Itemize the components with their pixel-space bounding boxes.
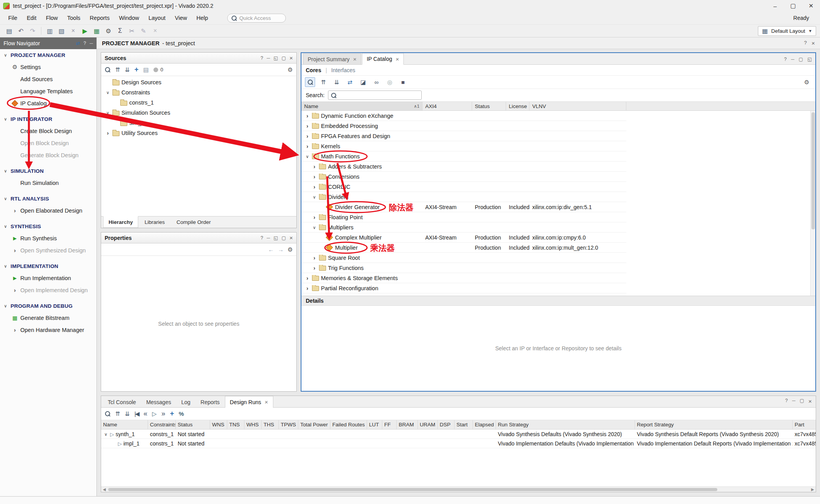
- expander-icon[interactable]: [305, 113, 310, 119]
- column-header[interactable]: Elapsed: [473, 420, 496, 429]
- column-header[interactable]: Status: [176, 420, 210, 429]
- expander-icon[interactable]: [103, 432, 109, 437]
- column-header[interactable]: DSP: [438, 420, 455, 429]
- expander-icon[interactable]: [305, 133, 310, 139]
- gear-icon[interactable]: [288, 66, 293, 73]
- maximize-panel-icon[interactable]: [282, 55, 286, 61]
- expander-icon[interactable]: [105, 90, 111, 95]
- scrollbar-thumb[interactable]: [108, 488, 717, 491]
- flownav-item-language-templates[interactable]: Language Templates: [0, 85, 96, 97]
- tree-row-embedded-processing[interactable]: Embedded Processing: [301, 121, 626, 131]
- settings-gear-icon[interactable]: [103, 26, 114, 36]
- column-header[interactable]: THS: [262, 420, 279, 429]
- reports-icon[interactable]: [91, 26, 102, 36]
- tab-design-runs[interactable]: Design Runs: [225, 396, 273, 408]
- close-panel-icon[interactable]: [808, 398, 812, 405]
- section-header-project-manager[interactable]: PROJECT MANAGER: [0, 49, 96, 61]
- run-icon[interactable]: [80, 26, 90, 36]
- gear-icon[interactable]: [288, 246, 293, 253]
- expander-icon[interactable]: [312, 265, 317, 271]
- search-toggle-icon[interactable]: [305, 77, 315, 87]
- tab-hierarchy[interactable]: Hierarchy: [103, 216, 138, 228]
- paste-icon[interactable]: [56, 26, 67, 36]
- tab-reports[interactable]: Reports: [196, 396, 225, 407]
- tree-row-multiplier[interactable]: Multiplier Production Included xilinx.co…: [301, 243, 626, 253]
- minimize-panel-icon[interactable]: [267, 234, 270, 241]
- tree-row-design-sources[interactable]: Design Sources: [101, 77, 296, 87]
- scrollbar-thumb[interactable]: [811, 112, 815, 229]
- column-header[interactable]: FF: [382, 420, 397, 429]
- step-back-icon[interactable]: [144, 410, 148, 418]
- layout-selector[interactable]: Default Layout: [758, 26, 816, 36]
- expander-icon[interactable]: [312, 164, 317, 169]
- expander-icon[interactable]: [305, 123, 310, 129]
- section-header-simulation[interactable]: SIMULATION: [0, 165, 96, 177]
- column-header[interactable]: Constraints: [148, 420, 176, 429]
- dock-toggle-icon[interactable]: [76, 41, 80, 46]
- flownav-item-generate-block-design[interactable]: Generate Block Design: [0, 149, 96, 161]
- expander-icon[interactable]: [305, 144, 310, 149]
- help-icon[interactable]: [804, 40, 807, 46]
- column-header[interactable]: URAM: [418, 420, 438, 429]
- collapse-all-icon[interactable]: [115, 410, 120, 417]
- expander-icon[interactable]: [312, 255, 317, 261]
- float-panel-icon[interactable]: [274, 55, 278, 61]
- expander-icon[interactable]: [305, 286, 310, 291]
- open-file-icon[interactable]: [143, 66, 149, 73]
- maximize-panel-icon[interactable]: [800, 398, 804, 405]
- flownav-item-generate-bitstream[interactable]: Generate Bitstream: [0, 312, 96, 324]
- tree-row-math-functions[interactable]: Math Functions: [301, 151, 626, 161]
- collapse-all-icon[interactable]: [318, 77, 328, 87]
- expander-icon[interactable]: [105, 110, 111, 115]
- undo-icon[interactable]: [16, 26, 26, 36]
- column-header[interactable]: Run Strategy: [496, 420, 635, 429]
- tab-cores[interactable]: Cores: [306, 67, 321, 73]
- back-icon[interactable]: [268, 246, 274, 253]
- sum-icon[interactable]: [115, 26, 125, 36]
- create-runs-icon[interactable]: [170, 410, 174, 418]
- run-icon[interactable]: [152, 410, 157, 417]
- flownav-item-open-implemented-design[interactable]: Open Implemented Design: [0, 284, 96, 296]
- maximize-panel-icon[interactable]: [799, 57, 803, 62]
- flownav-item-ip-catalog[interactable]: IP Catalog: [0, 97, 96, 109]
- search-icon[interactable]: [105, 67, 111, 73]
- tree-row-multipliers[interactable]: Multipliers: [301, 222, 626, 232]
- close-icon[interactable]: [811, 40, 815, 46]
- flownav-item-open-hardware-manager[interactable]: Open Hardware Manager: [0, 324, 96, 336]
- tree-row-dynamic-function-exchange[interactable]: Dynamic Function eXchange: [301, 111, 626, 121]
- scroll-right-icon[interactable]: ▶: [809, 487, 816, 492]
- section-header-rtl-analysis[interactable]: RTL ANALYSIS: [0, 193, 96, 204]
- close-tab-icon[interactable]: [396, 56, 399, 62]
- float-panel-icon[interactable]: [274, 234, 278, 241]
- close-panel-icon[interactable]: [289, 55, 293, 61]
- go-to-first-icon[interactable]: [134, 410, 139, 417]
- tree-row-divider-generator[interactable]: Divider Generator AXI4-Stream Production…: [301, 202, 626, 212]
- flownav-item-add-sources[interactable]: Add Sources: [0, 73, 96, 85]
- tab-libraries[interactable]: Libraries: [139, 217, 170, 228]
- menu-layout[interactable]: Layout: [144, 13, 170, 23]
- step-forward-icon[interactable]: [161, 410, 165, 418]
- clear-icon[interactable]: [150, 26, 160, 36]
- menu-edit[interactable]: Edit: [22, 13, 41, 23]
- column-header[interactable]: TPWS: [279, 420, 298, 429]
- tree-row-fpga-features[interactable]: FPGA Features and Design: [301, 131, 626, 141]
- link-icon[interactable]: [371, 77, 381, 87]
- minimize-panel-icon[interactable]: [791, 57, 795, 62]
- tree-row-constrs-1[interactable]: constrs_1: [101, 98, 296, 108]
- tree-row-constraints[interactable]: Constraints: [101, 87, 296, 98]
- column-header[interactable]: Start: [455, 420, 473, 429]
- maximize-button[interactable]: ▢: [784, 0, 802, 12]
- help-icon[interactable]: [260, 55, 263, 61]
- column-header-status[interactable]: Status: [472, 102, 506, 110]
- cut-icon[interactable]: [127, 26, 137, 36]
- design-run-row-impl-1[interactable]: impl_1 constrs_1 Not started Vivado Impl…: [101, 439, 816, 448]
- ip-search-input[interactable]: [328, 91, 422, 100]
- gear-icon[interactable]: [802, 77, 812, 87]
- vertical-scrollbar[interactable]: [810, 111, 815, 296]
- column-header[interactable]: Report Strategy: [635, 420, 793, 429]
- flownav-item-create-block-design[interactable]: Create Block Design: [0, 125, 96, 137]
- tab-project-summary[interactable]: Project Summary: [303, 53, 361, 64]
- refresh-repository-icon[interactable]: [345, 77, 355, 87]
- tree-row-trig-functions[interactable]: Trig Functions: [301, 263, 626, 273]
- help-icon[interactable]: [784, 57, 787, 62]
